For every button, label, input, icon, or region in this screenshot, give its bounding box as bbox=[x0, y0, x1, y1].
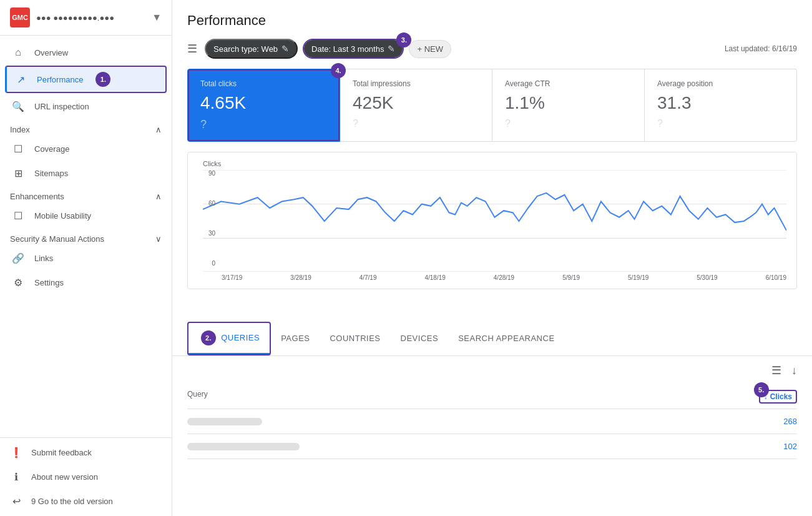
query-cell bbox=[187, 443, 710, 450]
sidebar-item-sitemaps[interactable]: ⊞ Sitemaps bbox=[0, 161, 172, 186]
chevron-down-icon[interactable]: ▼ bbox=[152, 12, 162, 23]
sidebar: GMC ●●● ●●●●●●●●●.●●● ▼ ⌂ Overview ↗ Per… bbox=[0, 0, 172, 516]
sidebar-item-label: Links bbox=[34, 254, 53, 263]
x-label: 4/18/19 bbox=[424, 274, 445, 281]
metric-help-icon[interactable]: ? bbox=[505, 118, 632, 129]
sidebar-item-url-inspection[interactable]: 🔍 URL inspection bbox=[0, 94, 172, 119]
submit-feedback-button[interactable]: ❗ Submit feedback bbox=[0, 440, 172, 465]
tab-queries-annotated: 2. QUERIES bbox=[187, 322, 271, 355]
sidebar-item-mobile-usability[interactable]: ☐ Mobile Usability bbox=[0, 204, 172, 228]
date-chip-wrapper: Date: Last 3 months ✎ 3. bbox=[303, 39, 404, 59]
domain-name: ●●● ●●●●●●●●●.●●● bbox=[36, 13, 145, 22]
metric-card-average-ctr[interactable]: Average CTR 1.1% ? bbox=[492, 69, 645, 142]
about-new-version-label: About new version bbox=[31, 472, 98, 482]
about-new-version-button[interactable]: ℹ About new version bbox=[0, 465, 172, 489]
sidebar-item-label: Performance bbox=[37, 75, 83, 84]
clicks-chart bbox=[203, 170, 786, 272]
table-header: Query 5. ↓ Clicks bbox=[187, 385, 797, 409]
index-label: Index bbox=[10, 125, 30, 134]
search-icon: 🔍 bbox=[12, 101, 24, 112]
metric-help-icon[interactable]: ? bbox=[353, 118, 479, 129]
filter-table-icon[interactable]: ☰ bbox=[771, 364, 781, 377]
security-label: Security & Manual Actions bbox=[10, 234, 104, 244]
metric-label: Total clicks bbox=[200, 79, 327, 88]
metric-help-icon[interactable]: ? bbox=[200, 118, 327, 131]
sidebar-logo[interactable]: GMC ●●● ●●●●●●●●●.●●● ▼ bbox=[0, 0, 172, 36]
annotation-badge-4: 4. bbox=[331, 63, 346, 78]
chart-container: 90 60 30 0 Clicks bbox=[187, 152, 797, 289]
metric-card-average-position[interactable]: Average position 31.3 ? bbox=[645, 69, 797, 142]
feedback-icon: ❗ bbox=[10, 447, 22, 459]
settings-icon: ⚙ bbox=[12, 277, 24, 289]
clicks-value: 102 bbox=[710, 442, 797, 451]
table-toolbar: ☰ ↓ bbox=[187, 356, 797, 385]
query-text-placeholder bbox=[187, 443, 300, 450]
metric-label: Average position bbox=[657, 79, 784, 88]
sidebar-item-performance[interactable]: ↗ Performance 1. bbox=[5, 66, 167, 93]
mobile-icon: ☐ bbox=[12, 210, 24, 222]
y-label-60: 60 bbox=[198, 200, 215, 207]
table-section: ☰ ↓ Query 5. ↓ Clicks 268 bbox=[172, 356, 812, 516]
date-label: Date: Last 3 months bbox=[311, 44, 384, 54]
sidebar-item-coverage[interactable]: ☐ Coverage bbox=[0, 137, 172, 161]
sidebar-item-settings[interactable]: ⚙ Settings bbox=[0, 270, 172, 295]
metric-help-icon[interactable]: ? bbox=[657, 118, 784, 129]
x-label: 4/28/19 bbox=[494, 274, 514, 281]
y-label-30: 30 bbox=[198, 230, 215, 237]
home-icon: ⌂ bbox=[12, 47, 24, 58]
tab-pages[interactable]: PAGES bbox=[271, 326, 320, 352]
chart-area: 90 60 30 0 Clicks bbox=[172, 142, 812, 322]
last-updated-text: Last updated: 6/16/19 bbox=[725, 44, 797, 53]
new-button[interactable]: + NEW bbox=[409, 40, 451, 58]
x-label: 6/10/19 bbox=[766, 274, 786, 281]
info-icon: ℹ bbox=[10, 471, 22, 483]
index-section-header[interactable]: Index ∧ bbox=[0, 119, 172, 137]
tab-countries[interactable]: COUNTRIES bbox=[320, 326, 390, 352]
edit-icon: ✎ bbox=[281, 44, 289, 54]
tab-devices[interactable]: DEVICES bbox=[391, 326, 449, 352]
query-cell bbox=[187, 418, 710, 425]
metric-value: 425K bbox=[353, 93, 479, 113]
metrics-row: Total clicks 4.65K ? 4. Total impression… bbox=[172, 59, 812, 142]
sidebar-item-overview[interactable]: ⌂ Overview bbox=[0, 41, 172, 64]
sidebar-item-label: Mobile Usability bbox=[34, 211, 91, 221]
metric-label: Average CTR bbox=[505, 79, 632, 88]
x-label: 5/30/19 bbox=[697, 274, 717, 281]
sidebar-bottom: ❗ Submit feedback ℹ About new version ↩ … bbox=[0, 437, 172, 516]
tab-queries-wrapper: 2. QUERIES bbox=[187, 322, 271, 355]
date-chip[interactable]: Date: Last 3 months ✎ bbox=[304, 40, 403, 57]
security-section-header[interactable]: Security & Manual Actions ∨ bbox=[0, 228, 172, 246]
x-label: 4/7/19 bbox=[360, 274, 377, 281]
metric-value: 1.1% bbox=[505, 93, 632, 113]
sidebar-item-label: Overview bbox=[34, 48, 68, 57]
annotation-badge-1: 1. bbox=[95, 72, 110, 87]
enhancements-section-header[interactable]: Enhancements ∧ bbox=[0, 186, 172, 204]
go-to-old-version-button[interactable]: ↩ 9 Go to the old version bbox=[0, 489, 172, 514]
page-title: Performance bbox=[187, 12, 797, 29]
y-label-0: 0 bbox=[198, 260, 215, 267]
tab-search-appearance[interactable]: SEARCH APPEARANCE bbox=[448, 326, 564, 352]
x-label: 3/17/19 bbox=[222, 274, 242, 281]
metric-card-total-impressions[interactable]: Total impressions 425K ? bbox=[340, 69, 492, 142]
back-icon: ↩ bbox=[10, 495, 22, 507]
metric-value: 4.65K bbox=[200, 93, 327, 113]
trending-up-icon: ↗ bbox=[14, 74, 27, 86]
tabs-section: 2. QUERIES PAGES COUNTRIES DEVICES SEARC… bbox=[172, 322, 812, 356]
metric-card-total-clicks[interactable]: Total clicks 4.65K ? 4. bbox=[187, 69, 340, 142]
date-chip-annotated-box: Date: Last 3 months ✎ bbox=[303, 39, 404, 59]
main-content: Performance ☰ Search type: Web ✎ Date: L… bbox=[172, 0, 812, 516]
filter-icon[interactable]: ☰ bbox=[187, 42, 197, 56]
collapse-icon: ∧ bbox=[155, 125, 162, 134]
clicks-value: 268 bbox=[710, 417, 797, 426]
download-icon[interactable]: ↓ bbox=[791, 364, 797, 377]
expand-icon: ∨ bbox=[155, 234, 162, 244]
metric-value: 31.3 bbox=[657, 93, 784, 113]
tab-queries[interactable]: 2. QUERIES bbox=[188, 323, 270, 354]
x-label: 5/9/19 bbox=[562, 274, 580, 281]
col-clicks-header: 5. ↓ Clicks bbox=[710, 390, 797, 404]
search-type-chip[interactable]: Search type: Web ✎ bbox=[205, 39, 298, 59]
sitemaps-icon: ⊞ bbox=[12, 167, 24, 179]
sidebar-item-links[interactable]: 🔗 Links bbox=[0, 246, 172, 270]
x-label: 3/28/19 bbox=[290, 274, 311, 281]
submit-feedback-label: Submit feedback bbox=[31, 448, 92, 457]
